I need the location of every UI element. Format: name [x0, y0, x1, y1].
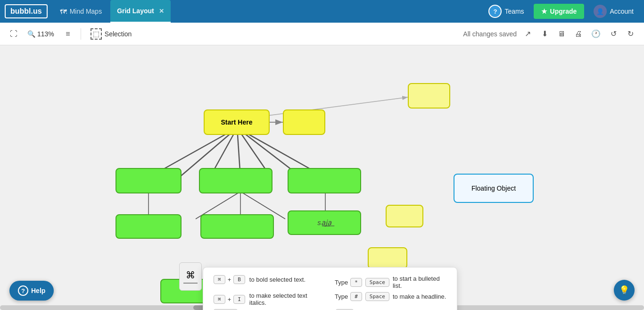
account-button[interactable]: 👤 Account	[588, 2, 639, 21]
yellow-mid-node[interactable]	[386, 205, 423, 227]
teams-label: Teams	[504, 8, 524, 15]
selection-label: Selection	[105, 30, 132, 38]
cmd-b-key: ⌘	[214, 275, 225, 284]
fit-view-button[interactable]: ⛶	[7, 27, 21, 41]
undo-icon: ↺	[611, 29, 617, 38]
lightbulb-button[interactable]: 💡	[614, 280, 635, 301]
green-italic[interactable]: sa͟j͟a͟	[288, 210, 361, 235]
hint5-text: to make a headline.	[393, 293, 446, 300]
star-icon: ★	[541, 8, 547, 15]
space-key2: Space	[365, 292, 389, 301]
redo-icon: ↻	[627, 29, 634, 38]
print-button[interactable]: 🖨	[571, 27, 586, 41]
toolbar: ⛶ 🔍 113% ≡ ⬚ Selection All changes saved…	[0, 23, 644, 45]
i-key: I	[233, 295, 245, 304]
hint2-text: to make selected text italics.	[249, 292, 325, 306]
green-1[interactable]	[116, 168, 182, 193]
help-button[interactable]: ? Help	[9, 281, 54, 301]
share-icon: ↗	[525, 29, 531, 38]
cmd-panel: ⌘	[179, 262, 202, 291]
tooltip-row-5: Type # Space to make a headline.	[335, 292, 447, 306]
hint4-text: to start a bulleted list.	[393, 275, 447, 289]
canvas[interactable]: Start Here sa͟j͟a͟ Floating Object ⌘	[0, 45, 644, 310]
teams-button[interactable]: ? Teams	[483, 2, 529, 21]
toolbar-divider-1	[81, 28, 81, 40]
green-4[interactable]	[116, 214, 182, 239]
floating-object-node[interactable]: Floating Object	[454, 174, 534, 203]
svg-line-3	[257, 97, 408, 117]
hash-key: #	[350, 292, 362, 301]
status-text: All changes saved	[463, 30, 517, 38]
tab-mind-maps[interactable]: 🗺 Mind Maps	[53, 0, 108, 23]
tooltip-row-1: ⌘ + B to bold selected text.	[213, 275, 325, 289]
start-here-node[interactable]: Start Here	[204, 109, 270, 135]
undo-button[interactable]: ↺	[606, 27, 620, 41]
tooltip-panel: ⌘ + B to bold selected text. Type * Spac…	[203, 267, 457, 310]
start-here-label: Start Here	[221, 118, 253, 126]
b-key: B	[233, 275, 245, 284]
floating-object-label: Floating Object	[471, 184, 516, 192]
tooltip-grid: ⌘ + B to bold selected text. Type * Spac…	[213, 275, 447, 310]
italic-label: sa͟j͟a͟	[317, 218, 331, 227]
top-nav: bubbl.us 🗺 Mind Maps Grid Layout ✕ ? Tea…	[0, 0, 644, 23]
help-label: Help	[31, 287, 45, 294]
account-label: Account	[610, 8, 634, 15]
mindmap-icon: 🗺	[60, 8, 67, 16]
menu-icon: ≡	[66, 30, 70, 38]
close-tab-icon[interactable]: ✕	[159, 8, 164, 15]
selection-icon: ⬚	[91, 28, 102, 40]
cmd-icon: ⌘	[186, 269, 195, 281]
toolbar-right: ↗ ⬇ 🖥 🖨 🕐 ↺ ↻	[520, 27, 637, 41]
cmd-i-key: ⌘	[214, 295, 225, 304]
download-button[interactable]: ⬇	[537, 27, 552, 41]
upgrade-label: Upgrade	[550, 8, 577, 15]
nav-right: ? Teams ★ Upgrade 👤 Account	[483, 2, 639, 21]
tooltip-row-2: ⌘ + I to make selected text italics.	[213, 292, 325, 306]
history-icon: 🕐	[591, 29, 601, 38]
asterisk-key: *	[350, 278, 362, 287]
print-icon: 🖨	[575, 30, 582, 38]
zoom-icon: 🔍	[27, 30, 35, 38]
account-icon: 👤	[594, 5, 607, 18]
lightbulb-icon: 💡	[619, 285, 629, 295]
yellow-bottom-node[interactable]	[368, 247, 407, 269]
tab-mind-maps-label: Mind Maps	[70, 8, 102, 15]
hint1-text: to bold selected text.	[249, 276, 305, 283]
yellow-right-node[interactable]	[283, 109, 325, 135]
selection-tool[interactable]: ⬚ Selection	[87, 26, 136, 42]
menu-button[interactable]: ≡	[61, 27, 75, 41]
tooltip-row-4: Type * Space to start a bulleted list.	[335, 275, 447, 289]
present-button[interactable]: 🖥	[554, 27, 569, 41]
history-button[interactable]: 🕐	[588, 27, 603, 41]
help-circle-icon: ?	[18, 285, 28, 296]
upgrade-button[interactable]: ★ Upgrade	[534, 4, 585, 19]
present-icon: 🖥	[558, 30, 565, 38]
zoom-control[interactable]: 🔍 113%	[25, 28, 57, 40]
fit-view-icon: ⛶	[10, 30, 17, 38]
tab-grid-layout-label: Grid Layout	[117, 7, 154, 15]
tab-grid-layout[interactable]: Grid Layout ✕	[110, 0, 171, 23]
zoom-value: 113%	[37, 30, 54, 38]
download-icon: ⬇	[542, 29, 548, 38]
space-key1: Space	[365, 278, 389, 287]
share-button[interactable]: ↗	[520, 27, 535, 41]
logo[interactable]: bubbl.us	[5, 4, 48, 18]
green-5[interactable]	[200, 214, 274, 239]
yellow-top-far-node[interactable]	[408, 83, 450, 109]
green-3[interactable]	[288, 168, 361, 193]
teams-icon: ?	[488, 5, 502, 18]
redo-button[interactable]: ↻	[623, 27, 637, 41]
green-2[interactable]	[199, 168, 272, 193]
